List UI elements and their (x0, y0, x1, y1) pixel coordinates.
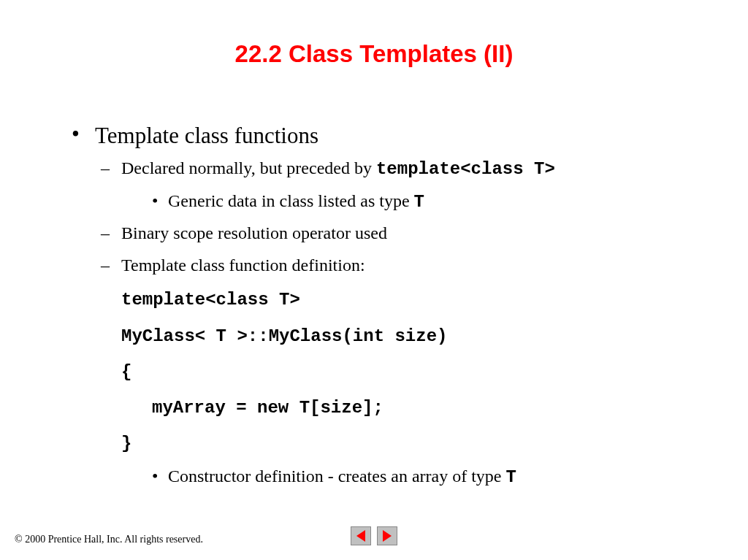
next-button[interactable] (377, 526, 397, 545)
code-line-3: { (121, 358, 704, 386)
sub-item-1: Declared normally, but preceded by templ… (101, 156, 704, 182)
main-bullet: Template class functions (72, 123, 704, 149)
sublast-code: T (506, 467, 516, 487)
code-line-4: myArray = new T[size]; (121, 394, 704, 421)
code-line-1: template<class T> (121, 286, 704, 313)
slide-content: 22.2 Class Templates (II) Template class… (0, 0, 748, 560)
code-line-2: MyClass< T >::MyClass(int size) (121, 323, 704, 350)
sub1-text: Declared normally, but preceded by (121, 158, 376, 177)
sub1c-text: Generic data in class listed as type (168, 191, 414, 210)
footer: © 2000 Prentice Hall, Inc. All rights re… (15, 534, 733, 545)
slide-title: 22.2 Class Templates (II) (0, 40, 748, 68)
sub-item-2: Binary scope resolution operator used (101, 221, 704, 246)
sub-item-last: Constructor definition - creates an arra… (152, 464, 704, 490)
code-line-5: } (121, 430, 704, 457)
content-body: Template class functions Declared normal… (0, 123, 748, 490)
sub-item-1-child: Generic data in class listed as type T (152, 189, 704, 215)
sub1c-code: T (414, 192, 424, 212)
arrow-right-icon (383, 530, 392, 542)
sublast-text: Constructor definition - creates an arra… (168, 467, 506, 486)
arrow-left-icon (356, 530, 365, 542)
nav-buttons (351, 526, 397, 545)
sub1-code: template<class T> (376, 159, 555, 179)
sub-item-3: Template class function definition: (101, 253, 704, 278)
prev-button[interactable] (351, 526, 371, 545)
